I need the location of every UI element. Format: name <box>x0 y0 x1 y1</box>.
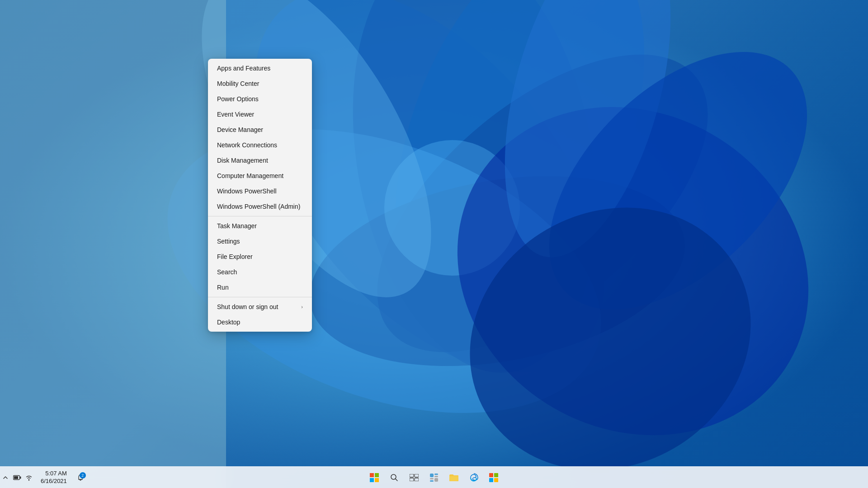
windows-logo-icon <box>369 473 379 483</box>
taskbar-right: 5:07 AM 6/16/2021 2 <box>0 469 88 486</box>
menu-item-device-manager[interactable]: Device Manager <box>208 122 312 137</box>
svg-rect-36 <box>14 476 18 479</box>
network-icon-button[interactable] <box>24 472 34 483</box>
desktop-background <box>0 0 868 488</box>
menu-item-mobility-center[interactable]: Mobility Center <box>208 76 312 91</box>
microsoft-store-button[interactable] <box>485 469 503 487</box>
clock-time: 5:07 AM <box>41 470 67 478</box>
notification-count-badge: 2 <box>80 472 86 479</box>
task-view-button[interactable] <box>405 469 423 487</box>
svg-rect-27 <box>430 478 434 479</box>
menu-item-shut-down-sign-out[interactable]: Shut down or sign out › <box>208 299 312 314</box>
taskbar-search-button[interactable] <box>385 469 403 487</box>
menu-item-event-viewer[interactable]: Event Viewer <box>208 107 312 122</box>
svg-rect-16 <box>370 478 374 482</box>
menu-item-windows-powershell[interactable]: Windows PowerShell <box>208 183 312 199</box>
taskbar-center <box>365 469 503 487</box>
clock-date: 6/16/2021 <box>41 478 67 485</box>
svg-rect-24 <box>430 474 434 477</box>
menu-item-windows-powershell-admin[interactable]: Windows PowerShell (Admin) <box>208 199 312 214</box>
svg-rect-33 <box>494 478 498 482</box>
separator-1 <box>208 216 312 216</box>
search-icon <box>390 474 398 482</box>
start-button[interactable] <box>365 469 383 487</box>
file-explorer-button[interactable] <box>445 469 463 487</box>
menu-item-task-manager[interactable]: Task Manager <box>208 218 312 234</box>
system-tray <box>0 472 34 483</box>
svg-rect-15 <box>375 473 379 477</box>
edge-browser-button[interactable] <box>465 469 483 487</box>
menu-item-computer-management[interactable]: Computer Management <box>208 168 312 183</box>
menu-item-desktop[interactable]: Desktop <box>208 314 312 330</box>
menu-item-settings[interactable]: Settings <box>208 234 312 249</box>
task-view-icon <box>410 474 419 481</box>
svg-rect-25 <box>434 474 438 475</box>
svg-rect-20 <box>410 474 414 477</box>
menu-item-search[interactable]: Search <box>208 264 312 280</box>
svg-rect-29 <box>434 478 438 482</box>
context-menu: Apps and Features Mobility Center Power … <box>208 59 312 332</box>
folder-icon <box>449 474 459 482</box>
svg-rect-23 <box>415 478 419 481</box>
menu-item-run[interactable]: Run <box>208 280 312 295</box>
widgets-icon <box>429 473 439 482</box>
menu-item-disk-management[interactable]: Disk Management <box>208 153 312 168</box>
svg-rect-17 <box>375 478 379 482</box>
menu-item-power-options[interactable]: Power Options <box>208 91 312 107</box>
svg-rect-28 <box>430 480 434 482</box>
svg-rect-35 <box>20 476 21 479</box>
taskbar: 5:07 AM 6/16/2021 2 <box>0 466 868 488</box>
battery-icon-button[interactable] <box>12 472 23 483</box>
store-icon <box>489 473 499 483</box>
svg-rect-32 <box>489 478 493 482</box>
svg-rect-14 <box>370 473 374 477</box>
menu-item-apps-features[interactable]: Apps and Features <box>208 61 312 76</box>
svg-rect-26 <box>434 476 438 477</box>
clock-button[interactable]: 5:07 AM 6/16/2021 <box>38 469 70 486</box>
edge-icon <box>469 473 479 483</box>
svg-rect-31 <box>494 473 498 477</box>
battery-icon <box>13 475 21 480</box>
submenu-arrow-icon: › <box>301 304 303 310</box>
menu-item-file-explorer[interactable]: File Explorer <box>208 249 312 264</box>
menu-item-network-connections[interactable]: Network Connections <box>208 137 312 153</box>
chevron-up-icon <box>3 475 8 480</box>
notification-button[interactable]: 2 <box>73 470 88 485</box>
network-wifi-icon <box>25 474 33 481</box>
tray-chevron-button[interactable] <box>0 472 11 483</box>
widgets-button[interactable] <box>425 469 443 487</box>
svg-rect-13 <box>0 0 226 488</box>
svg-rect-30 <box>489 473 493 477</box>
separator-2 <box>208 297 312 297</box>
svg-line-19 <box>396 479 398 481</box>
svg-rect-21 <box>415 474 419 477</box>
bloom-decoration <box>0 0 868 488</box>
svg-rect-22 <box>410 478 414 481</box>
